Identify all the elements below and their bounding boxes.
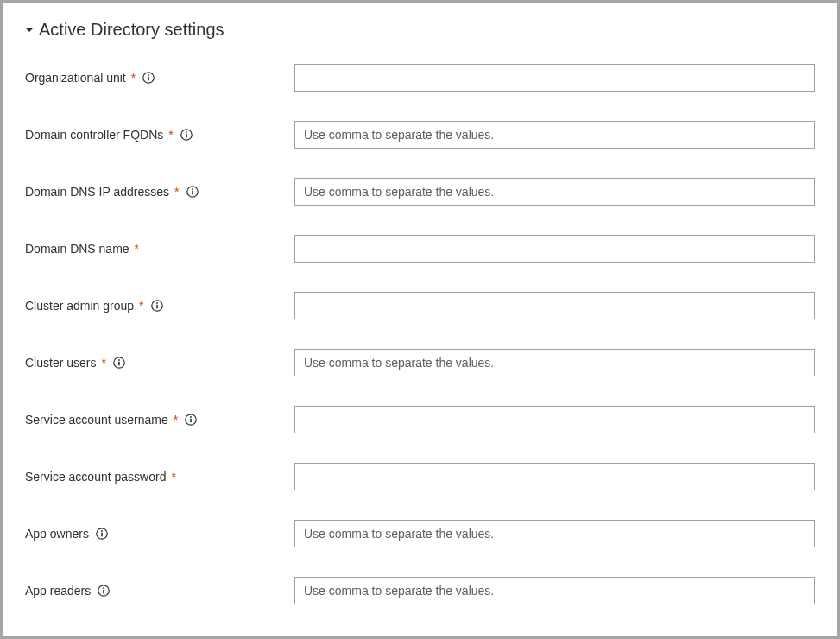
- label-col: App owners: [25, 527, 294, 541]
- caret-down-icon: [25, 26, 34, 35]
- input-col: [294, 235, 815, 263]
- info-icon[interactable]: [142, 72, 155, 84]
- field-cluster-admin-group: Cluster admin group *: [25, 292, 815, 320]
- field-label: Domain controller FQDNs: [25, 128, 163, 142]
- required-asterisk: *: [174, 413, 178, 427]
- cluster-admin-group-input[interactable]: [294, 292, 815, 320]
- input-col: [294, 292, 815, 320]
- svc-acct-pass-input[interactable]: [294, 463, 815, 490]
- input-col: [294, 121, 815, 149]
- dc-fqdns-input[interactable]: [294, 121, 815, 149]
- label-col: App readers: [25, 584, 294, 598]
- input-col: [294, 463, 815, 490]
- input-col: [294, 406, 815, 433]
- required-asterisk: *: [101, 356, 105, 370]
- svg-rect-14: [118, 362, 120, 366]
- svg-point-19: [101, 530, 103, 532]
- svg-rect-20: [101, 533, 103, 537]
- field-dns-name: Domain DNS name *: [25, 235, 815, 263]
- svg-point-10: [156, 302, 158, 304]
- svg-point-1: [148, 74, 149, 76]
- org-unit-input[interactable]: [294, 64, 815, 92]
- required-asterisk: *: [171, 470, 175, 484]
- app-readers-input[interactable]: [294, 577, 815, 604]
- input-col: [294, 520, 815, 547]
- info-icon[interactable]: [180, 129, 193, 141]
- dns-ips-input[interactable]: [294, 178, 815, 206]
- info-icon[interactable]: [96, 528, 108, 540]
- input-col: [294, 178, 815, 206]
- label-col: Domain controller FQDNs *: [25, 128, 294, 142]
- svg-rect-5: [186, 134, 187, 138]
- label-col: Cluster users *: [25, 356, 294, 370]
- field-dns-ips: Domain DNS IP addresses *: [25, 178, 815, 206]
- svg-point-16: [190, 416, 192, 418]
- svg-rect-2: [148, 77, 149, 81]
- info-icon[interactable]: [98, 585, 110, 597]
- required-asterisk: *: [168, 128, 173, 142]
- section-title: Active Directory settings: [39, 20, 224, 40]
- field-app-readers: App readers: [25, 577, 815, 604]
- label-col: Domain DNS IP addresses *: [25, 185, 294, 199]
- info-icon[interactable]: [186, 186, 199, 198]
- field-svc-acct-user: Service account username *: [25, 406, 815, 433]
- svg-rect-8: [192, 191, 193, 195]
- label-col: Service account password *: [25, 470, 294, 484]
- field-label: Service account username: [25, 413, 168, 427]
- required-asterisk: *: [131, 71, 136, 85]
- field-label: Domain DNS IP addresses: [25, 185, 169, 199]
- app-owners-input[interactable]: [294, 520, 815, 547]
- field-label: Service account password: [25, 470, 166, 484]
- input-col: [294, 349, 815, 376]
- svg-point-13: [118, 359, 120, 361]
- field-svc-acct-pass: Service account password *: [25, 463, 815, 490]
- label-col: Organizational unit *: [25, 71, 294, 85]
- field-label: App readers: [25, 584, 91, 598]
- svg-point-4: [186, 131, 187, 133]
- section-header[interactable]: Active Directory settings: [25, 20, 815, 40]
- label-col: Service account username *: [25, 413, 294, 427]
- required-asterisk: *: [135, 242, 139, 256]
- field-label: Cluster users: [25, 356, 96, 370]
- cluster-users-input[interactable]: [294, 349, 815, 376]
- required-asterisk: *: [174, 185, 179, 199]
- field-label: App owners: [25, 527, 89, 541]
- field-label: Organizational unit: [25, 71, 126, 85]
- field-org-unit: Organizational unit *: [25, 64, 815, 92]
- field-dc-fqdns: Domain controller FQDNs *: [25, 121, 815, 149]
- field-label: Cluster admin group: [25, 299, 134, 313]
- field-cluster-users: Cluster users *: [25, 349, 815, 376]
- input-col: [294, 577, 815, 604]
- field-app-owners: App owners: [25, 520, 815, 547]
- label-col: Cluster admin group *: [25, 299, 294, 313]
- svg-point-7: [192, 188, 193, 190]
- label-col: Domain DNS name *: [25, 242, 294, 256]
- input-col: [294, 64, 815, 92]
- field-label: Domain DNS name: [25, 242, 129, 256]
- required-asterisk: *: [139, 299, 143, 313]
- settings-panel: Active Directory settings Organizational…: [3, 3, 837, 636]
- svc-acct-user-input[interactable]: [294, 406, 815, 433]
- info-icon[interactable]: [185, 414, 197, 426]
- svg-rect-23: [103, 590, 104, 594]
- svg-point-22: [103, 587, 104, 589]
- info-icon[interactable]: [151, 300, 163, 312]
- dns-name-input[interactable]: [294, 235, 815, 263]
- svg-rect-11: [156, 305, 158, 309]
- svg-rect-17: [190, 419, 192, 423]
- info-icon[interactable]: [113, 357, 125, 369]
